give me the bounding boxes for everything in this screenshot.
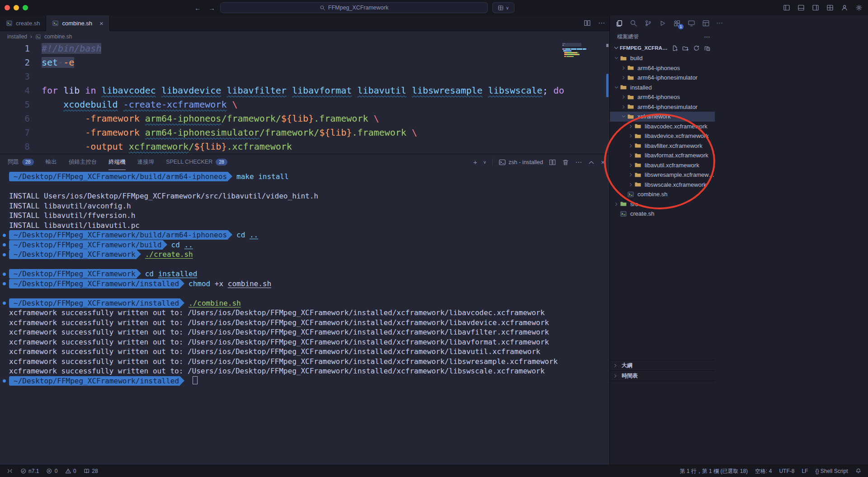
code-line: 5 xcodebuild -create-xcframework \ bbox=[0, 98, 609, 112]
panel-tab-label: SPELL CHECKER bbox=[166, 159, 212, 165]
status-item[interactable]: 空格: 4 bbox=[752, 465, 775, 477]
editor-more-actions-icon[interactable]: ⋯ bbox=[598, 19, 605, 27]
prompt-path: ~/Desktop/FFMpeg_XCFramework/build/arm64… bbox=[9, 172, 228, 181]
zoom-window-button[interactable] bbox=[23, 5, 28, 10]
breadcrumb[interactable]: installed›combine.sh bbox=[0, 31, 609, 42]
terminal-profile-dropdown-icon[interactable]: ∨ bbox=[483, 160, 486, 165]
account-icon[interactable] bbox=[841, 4, 848, 11]
tree-item[interactable]: libswscale.xcframework bbox=[610, 180, 715, 190]
split-terminal-icon[interactable] bbox=[549, 159, 556, 166]
status-item[interactable]: 第 1 行，第 1 欄 (已選取 18) bbox=[676, 465, 751, 477]
status-item[interactable]: n7.1 bbox=[17, 465, 42, 477]
forward-button[interactable]: → bbox=[208, 4, 215, 12]
chevron-down-icon bbox=[613, 44, 620, 52]
panel-tab[interactable]: 連接埠 bbox=[137, 154, 155, 170]
tree-item[interactable]: arm64-iphoneos bbox=[610, 63, 715, 73]
breadcrumb-item[interactable]: installed bbox=[7, 33, 27, 40]
tree-item-label: libavdevice.xcframework bbox=[645, 132, 709, 139]
tree-item[interactable]: arm64-iphonesimulator bbox=[610, 102, 715, 112]
kill-terminal-icon[interactable] bbox=[562, 159, 569, 166]
activity-more-icon[interactable]: ⋯ bbox=[714, 19, 725, 27]
terminal[interactable]: ~/Desktop/FFMpeg_XCFramework/build/arm64… bbox=[0, 170, 609, 465]
chevron-down-icon bbox=[620, 113, 627, 119]
breadcrumb-item[interactable]: combine.sh bbox=[44, 33, 72, 40]
tree-item[interactable]: src bbox=[610, 199, 715, 209]
explorer-more-actions-icon[interactable]: ⋯ bbox=[704, 33, 710, 40]
activity-item-extensions[interactable]: 1 bbox=[671, 17, 683, 29]
panel-tab[interactable]: 問題28 bbox=[8, 154, 34, 170]
panel-tab[interactable]: 終端機 bbox=[108, 154, 126, 170]
chevron-right-icon bbox=[627, 143, 634, 149]
refresh-explorer-icon[interactable] bbox=[693, 45, 700, 52]
line-number: 6 bbox=[0, 112, 30, 126]
tree-item[interactable]: libavutil.xcframework bbox=[610, 161, 715, 170]
settings-gear-icon[interactable] bbox=[855, 4, 863, 11]
activity-item-explorer[interactable] bbox=[613, 17, 625, 29]
editor-tab[interactable]: combine.sh× bbox=[46, 15, 109, 31]
tree-item[interactable]: xcframework bbox=[610, 112, 715, 122]
panel-more-actions-icon[interactable]: ⋯ bbox=[575, 158, 582, 166]
close-window-button[interactable] bbox=[5, 5, 10, 10]
status-item[interactable]: {} Shell Script bbox=[812, 465, 851, 477]
explorer-section-header[interactable]: FFMPEG_XCFRA… bbox=[610, 43, 715, 53]
customize-layout-icon[interactable] bbox=[826, 4, 834, 11]
code-editor[interactable]: 1#!/bin/bash2set·-e34for lib in libavcod… bbox=[0, 42, 609, 154]
pane-header-timeline[interactable]: 時間表 bbox=[610, 370, 715, 381]
tree-item[interactable]: create.sh bbox=[610, 209, 715, 219]
status-item[interactable]: LF bbox=[798, 465, 811, 477]
activity-item-run-and-debug[interactable] bbox=[656, 17, 668, 29]
terminal-line: xcframework successfully written out to:… bbox=[9, 327, 609, 337]
activity-item-remote-explorer[interactable] bbox=[685, 17, 697, 29]
terminal-icon bbox=[499, 159, 506, 166]
tree-item[interactable]: libswresample.xcframew… bbox=[610, 170, 715, 180]
tree-item[interactable]: build bbox=[610, 53, 715, 63]
collapse-folders-icon[interactable] bbox=[704, 45, 711, 52]
tree-item[interactable]: libavdevice.xcframework bbox=[610, 131, 715, 141]
panel-tab[interactable]: 偵錯主控台 bbox=[69, 154, 97, 170]
toggle-panel-icon[interactable] bbox=[797, 4, 805, 11]
pane-header-outline[interactable]: 大綱 bbox=[610, 360, 715, 370]
command-center-search[interactable]: FFMpeg_XCFramework bbox=[220, 2, 488, 13]
shell-file-icon bbox=[6, 20, 13, 27]
new-folder-icon[interactable] bbox=[682, 45, 689, 52]
tree-item[interactable]: arm64-iphoneos bbox=[610, 92, 715, 102]
tree-item[interactable]: installed bbox=[610, 83, 715, 93]
chevron-right-icon bbox=[620, 65, 627, 71]
maximize-panel-icon[interactable] bbox=[588, 159, 595, 166]
search-text: FFMpeg_XCFramework bbox=[328, 5, 388, 11]
activity-item-search[interactable] bbox=[627, 17, 639, 29]
close-tab-icon[interactable]: × bbox=[99, 19, 104, 27]
editor-tab[interactable]: create.sh bbox=[0, 15, 46, 31]
back-button[interactable]: ← bbox=[194, 4, 201, 12]
close-panel-icon[interactable]: × bbox=[601, 158, 605, 166]
chevron-right-icon bbox=[620, 104, 627, 110]
minimap[interactable] bbox=[562, 43, 604, 58]
activity-item-panels[interactable] bbox=[700, 17, 712, 29]
toggle-secondary-sidebar-icon[interactable] bbox=[812, 4, 819, 11]
minimize-window-button[interactable] bbox=[14, 5, 19, 10]
status-item[interactable]: 0 bbox=[62, 465, 80, 477]
activity-item-source-control[interactable] bbox=[642, 17, 654, 29]
panel-tab[interactable]: 輸出 bbox=[46, 154, 57, 170]
status-item[interactable]: 0 bbox=[43, 465, 61, 477]
tree-item-label: build bbox=[630, 55, 642, 61]
tree-item[interactable]: combine.sh bbox=[610, 189, 715, 199]
tree-item[interactable]: libavfilter.xcframework bbox=[610, 141, 715, 151]
status-item[interactable]: UTF-8 bbox=[776, 465, 797, 477]
pane-label: 大綱 bbox=[622, 362, 632, 369]
terminal-line: INSTALL libavutil/libavutil.pc bbox=[9, 221, 609, 231]
terminal-output: INSTALL libavutil/ffversion.h bbox=[9, 211, 135, 220]
terminal-tab[interactable]: zsh - installed bbox=[499, 159, 543, 166]
tree-item[interactable]: arm64-iphonesimulator bbox=[610, 73, 715, 83]
status-item[interactable] bbox=[852, 465, 865, 477]
toggle-sidebar-icon[interactable] bbox=[783, 4, 790, 11]
new-file-icon[interactable] bbox=[671, 45, 678, 52]
layout-control[interactable]: ∨ bbox=[492, 2, 514, 13]
new-terminal-button[interactable]: + bbox=[473, 158, 477, 166]
panel-tab[interactable]: SPELL CHECKER28 bbox=[166, 154, 227, 170]
status-item[interactable]: 28 bbox=[80, 465, 101, 477]
split-editor-icon[interactable] bbox=[584, 19, 591, 27]
tree-item[interactable]: libavcodec.xcframework bbox=[610, 122, 715, 132]
tree-item[interactable]: libavformat.xcframework bbox=[610, 151, 715, 161]
status-item[interactable] bbox=[4, 465, 16, 477]
